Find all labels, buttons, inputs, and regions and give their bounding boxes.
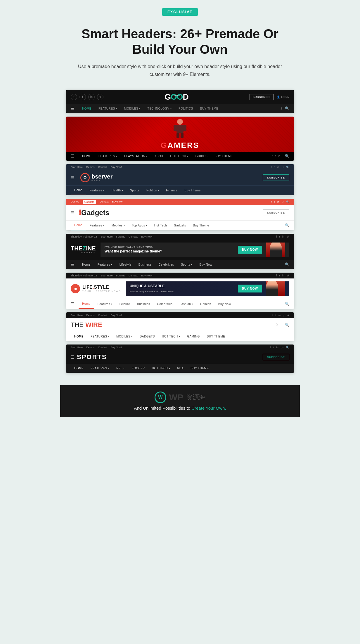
nav-leisure[interactable]: Leisure bbox=[116, 300, 134, 309]
nav-gaming[interactable]: GAMING bbox=[184, 332, 203, 341]
twitter-icon[interactable]: t bbox=[79, 94, 86, 100]
nav-home[interactable]: Home bbox=[79, 299, 94, 309]
social-f[interactable]: f bbox=[271, 166, 272, 169]
nav-gadgets[interactable]: Gadgets bbox=[170, 221, 189, 230]
subscribe-button[interactable]: SUBSCRIBE bbox=[250, 94, 274, 100]
buy-now-button[interactable]: BUY NOW bbox=[238, 285, 262, 292]
social-t[interactable]: t bbox=[279, 235, 280, 238]
moon-icon[interactable]: ☽ bbox=[279, 106, 283, 110]
link-buy-now[interactable]: Buy Now! bbox=[141, 274, 153, 277]
vimeo-icon[interactable]: v bbox=[97, 94, 103, 100]
gamers-hamburger[interactable]: ☰ bbox=[71, 154, 75, 158]
link-contact[interactable]: Contact bbox=[98, 166, 107, 169]
login-button[interactable]: 👤 LOGIN bbox=[277, 96, 289, 98]
search-icon[interactable]: 🔍 bbox=[286, 200, 289, 203]
nav-opinion[interactable]: Opinion bbox=[197, 300, 215, 309]
lifestyle-hamburger[interactable]: ☰ bbox=[71, 302, 75, 306]
search-icon[interactable]: 🔍 bbox=[285, 223, 289, 227]
nav-finance[interactable]: Finance bbox=[162, 186, 181, 195]
link-demos[interactable]: Demos bbox=[86, 314, 95, 317]
link-start-here[interactable]: Start Here bbox=[101, 274, 112, 277]
nav-features[interactable]: Features ▾ bbox=[94, 300, 116, 309]
nav-soccer[interactable]: SOCCER bbox=[128, 364, 148, 373]
nav-buy-theme[interactable]: BUY THEME bbox=[187, 364, 212, 373]
nav-home[interactable]: Home bbox=[71, 221, 86, 230]
link-demos[interactable]: Demos bbox=[71, 200, 79, 204]
nav-hot-tech[interactable]: Hot Tech bbox=[151, 221, 170, 230]
social-t[interactable]: t bbox=[275, 155, 276, 158]
social-in[interactable]: in bbox=[278, 155, 280, 158]
link-buy-now[interactable]: Buy Now! bbox=[111, 346, 122, 349]
instagram-icon[interactable]: in bbox=[88, 94, 95, 100]
nav-technology[interactable]: TECHNOLOGY ▾ bbox=[144, 104, 175, 113]
sports-hamburger[interactable]: ☰ bbox=[71, 355, 75, 359]
nav-home[interactable]: HOME bbox=[79, 152, 95, 161]
nav-mobiles[interactable]: MOBILES ▾ bbox=[121, 104, 144, 113]
nav-features[interactable]: Features ▾ bbox=[86, 186, 108, 195]
nav-business[interactable]: Business bbox=[135, 260, 155, 269]
link-start-here[interactable]: Start Here bbox=[71, 166, 83, 169]
subscribe-button[interactable]: SUBSCRIBE bbox=[263, 174, 289, 181]
search-icon[interactable]: 🔍 bbox=[285, 106, 289, 110]
nav-guides[interactable]: GUIDES bbox=[192, 152, 211, 161]
link-demos[interactable]: Demos bbox=[86, 166, 95, 169]
gadgets-hamburger[interactable]: ☰ bbox=[71, 210, 75, 215]
nav-features[interactable]: FEATURES ▾ bbox=[87, 364, 113, 373]
nav-xbox[interactable]: XBOX bbox=[151, 152, 167, 161]
nav-buy-theme[interactable]: BUY THEME bbox=[203, 332, 229, 341]
social-f[interactable]: f bbox=[271, 200, 272, 203]
link-contact[interactable]: Contact bbox=[129, 235, 138, 238]
nav-lifestyle[interactable]: Lifestyle bbox=[116, 260, 135, 269]
search-icon[interactable]: 🔍 bbox=[285, 262, 289, 266]
social-t[interactable]: t bbox=[273, 346, 274, 349]
link-forums[interactable]: Forums bbox=[116, 274, 125, 277]
social-f[interactable]: f bbox=[272, 155, 273, 158]
social-p[interactable]: p bbox=[283, 314, 284, 317]
social-in[interactable]: in bbox=[282, 274, 284, 277]
nav-buy-theme[interactable]: BUY THEME bbox=[197, 104, 222, 113]
social-t[interactable]: t bbox=[274, 200, 275, 203]
link-forums[interactable]: Forums bbox=[116, 235, 125, 238]
nav-buy-theme[interactable]: BUY THEME bbox=[211, 152, 236, 161]
nav-features[interactable]: Features ▾ bbox=[94, 260, 116, 269]
link-gadgets-tag[interactable]: Gadgets bbox=[83, 200, 96, 204]
observer-hamburger[interactable]: ☰ bbox=[71, 175, 75, 180]
nav-fashion[interactable]: Fashion ▾ bbox=[176, 300, 197, 309]
nav-features[interactable]: FEATURES ▾ bbox=[87, 332, 113, 341]
nav-features[interactable]: Features ▾ bbox=[86, 221, 108, 230]
social-in[interactable]: in bbox=[277, 166, 279, 169]
link-buy-now[interactable]: Buy Now! bbox=[111, 166, 122, 169]
search-icon[interactable]: 🔍 bbox=[286, 166, 289, 169]
nav-home[interactable]: Home bbox=[79, 260, 94, 269]
nav-features[interactable]: FEATURES ▾ bbox=[95, 104, 121, 113]
nav-nfl[interactable]: NFL ▾ bbox=[113, 364, 128, 373]
link-contact[interactable]: Contact bbox=[100, 200, 109, 204]
link-buy-now[interactable]: Buy Now! bbox=[112, 200, 124, 204]
subscribe-button[interactable]: SUBSCRIBE bbox=[263, 210, 289, 216]
search-icon[interactable]: 🔍 bbox=[285, 323, 289, 327]
nav-hot-tech[interactable]: HOT TECH ▾ bbox=[148, 364, 174, 373]
hamburger-icon[interactable]: ☰ bbox=[71, 106, 75, 111]
thezine-hamburger[interactable]: ☰ bbox=[71, 262, 75, 267]
buy-now-button[interactable]: BUY NOW bbox=[238, 246, 262, 254]
social-vk[interactable]: vk bbox=[287, 274, 289, 277]
social-f[interactable]: f bbox=[272, 314, 273, 317]
social-t[interactable]: t bbox=[279, 274, 280, 277]
nav-hot-tech[interactable]: HOT TECH ▾ bbox=[167, 152, 192, 161]
nav-buy-now[interactable]: Buy Now bbox=[215, 300, 235, 309]
link-start-here[interactable]: Start Here bbox=[71, 314, 83, 317]
search-icon[interactable]: 🔍 bbox=[285, 302, 289, 306]
search-icon[interactable]: 🔍 bbox=[285, 154, 289, 158]
nav-buy-theme[interactable]: Buy Theme bbox=[189, 221, 212, 230]
link-contact[interactable]: Contact bbox=[129, 274, 138, 277]
search-icon[interactable]: 🔍 bbox=[286, 346, 289, 349]
nav-buy-now[interactable]: Buy Now bbox=[196, 260, 216, 269]
link-start-here[interactable]: Start Here bbox=[71, 346, 83, 349]
nav-home[interactable]: Home bbox=[71, 186, 86, 195]
facebook-icon[interactable]: f bbox=[71, 94, 77, 100]
social-in[interactable]: in bbox=[276, 346, 278, 349]
social-in[interactable]: in bbox=[278, 314, 281, 317]
social-f[interactable]: f bbox=[270, 346, 271, 349]
nav-celebrities[interactable]: Celebrities bbox=[155, 260, 177, 269]
social-f[interactable]: f bbox=[276, 274, 277, 277]
